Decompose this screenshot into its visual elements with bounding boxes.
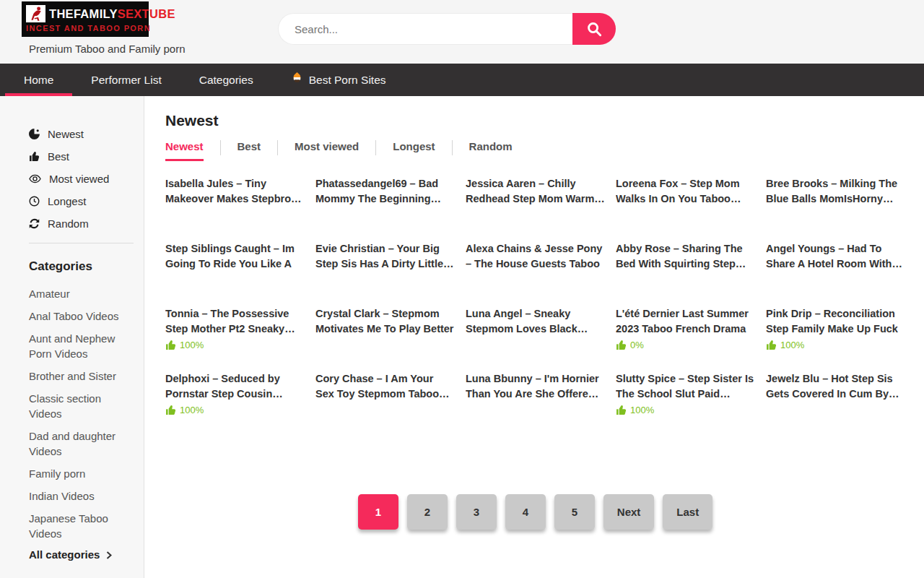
video-title-link[interactable]: Step Siblings Caught – Im Going To Ride …	[165, 241, 305, 272]
page-title: Newest	[165, 112, 905, 129]
video-rating: 100%	[766, 340, 905, 350]
video-title-link[interactable]: Abby Rose – Sharing The Bed With Squirti…	[616, 241, 755, 272]
video-title-link[interactable]: Isabella Jules – Tiny Makeover Makes Ste…	[165, 176, 305, 207]
video-title-link[interactable]: L'été Dernier Last Summer 2023 Taboo Fre…	[616, 306, 755, 337]
sidebar-item-best[interactable]: Best	[29, 150, 135, 163]
pagination-button-3[interactable]: 3	[456, 494, 497, 530]
video-title-link[interactable]: Luna Bbunny – I'm Hornier Than You Are S…	[466, 371, 605, 402]
sidebar-category-family-porn[interactable]: Family porn	[29, 466, 131, 481]
video-title-link[interactable]: Evie Christian – Your Big Step Sis Has A…	[315, 241, 455, 272]
all-categories-label: All categories	[29, 548, 100, 561]
thumbs-up-icon	[616, 340, 627, 350]
video-card: Angel Youngs – Had To Share A Hotel Room…	[766, 241, 905, 306]
site-header: THEFAMILYSEXTUBE INCEST AND TABOO PORN P…	[0, 0, 924, 64]
video-card: Pink Drip – Reconciliation Step Family M…	[766, 306, 905, 371]
clock-icon	[29, 196, 40, 207]
nav-item-categories[interactable]: Categories	[180, 64, 272, 96]
sort-link-label: Best	[48, 150, 69, 163]
video-title-link[interactable]: Luna Angel – Sneaky Stepmom Loves Black …	[466, 306, 605, 337]
search-icon	[586, 21, 603, 38]
video-title-link[interactable]: Slutty Spice – Step Sister Is The School…	[616, 371, 755, 402]
thumbs-up-icon	[616, 405, 627, 415]
thumbs-up-icon	[165, 405, 176, 415]
tab-random[interactable]: Random	[469, 140, 513, 159]
video-title-link[interactable]: Loreena Fox – Step Mom Walks In On You T…	[616, 176, 755, 207]
newest-icon	[29, 129, 40, 139]
sidebar-category-brother-and-sister[interactable]: Brother and Sister	[29, 368, 131, 384]
video-title-link[interactable]: Alexa Chains & Jesse Pony – The House Gu…	[466, 241, 605, 272]
nav-item-performer-list[interactable]: Performer List	[72, 64, 180, 96]
main-nav: Home Performer List Categories Best Porn…	[0, 64, 924, 96]
sidebar-category-japanese-taboo-videos[interactable]: Japanese Taboo Videos	[29, 511, 131, 541]
video-rating-value: 100%	[630, 405, 654, 415]
video-title-link[interactable]: Pink Drip – Reconciliation Step Family M…	[766, 306, 905, 337]
video-title-link[interactable]: Delphoxi – Seduced by Pornstar Step Cous…	[165, 371, 305, 402]
thumbs-up-icon	[165, 340, 176, 350]
sort-link-label: Newest	[48, 128, 84, 140]
video-title-link[interactable]: Cory Chase – I Am Your Sex Toy Stepmom T…	[315, 371, 455, 402]
sort-tabs: NewestBestMost viewedLongestRandom	[165, 140, 905, 161]
chevron-right-icon	[105, 551, 113, 560]
video-card: L'été Dernier Last Summer 2023 Taboo Fre…	[616, 306, 755, 371]
search-bar	[278, 13, 616, 45]
nav-item-label: Categories	[199, 74, 253, 87]
main-content: Newest NewestBestMost viewedLongestRando…	[144, 96, 924, 578]
sidebar-category-classic-section-videos[interactable]: Classic section Videos	[29, 391, 131, 421]
video-rating: 100%	[616, 405, 755, 415]
search-input[interactable]	[278, 13, 572, 45]
sidebar-sort-links: Newest Best Most viewed Longest Random	[29, 128, 135, 230]
pagination-button-5[interactable]: 5	[554, 494, 595, 530]
video-title-link[interactable]: Jessica Aaren – Chilly Redhead Step Mom …	[466, 176, 605, 207]
video-card: Slutty Spice – Step Sister Is The School…	[616, 371, 755, 436]
tab-best[interactable]: Best	[237, 140, 261, 159]
tab-separator	[277, 140, 278, 155]
video-title-link[interactable]: Jewelz Blu – Hot Step Sis Gets Covered I…	[766, 371, 905, 402]
pagination: 12345NextLast	[165, 494, 905, 530]
pagination-button-last[interactable]: Last	[663, 494, 712, 530]
sidebar-item-longest[interactable]: Longest	[29, 195, 135, 207]
search-button[interactable]	[572, 13, 616, 45]
categories-heading: Categories	[29, 259, 135, 274]
video-grid: Isabella Jules – Tiny Makeover Makes Ste…	[165, 176, 905, 436]
thumbs-up-icon	[766, 340, 777, 350]
pagination-button-1[interactable]: 1	[358, 494, 398, 530]
nav-item-label: Performer List	[91, 74, 161, 87]
tab-longest[interactable]: Longest	[393, 140, 435, 159]
sidebar-item-newest[interactable]: Newest	[29, 128, 135, 140]
video-rating-value: 100%	[180, 340, 204, 350]
sidebar-category-dad-and-daughter-videos[interactable]: Dad and daughter Videos	[29, 428, 131, 459]
sidebar-category-anal-taboo-videos[interactable]: Anal Taboo Videos	[29, 309, 131, 324]
video-title-link[interactable]: Tonnia – The Possessive Step Mother Pt2 …	[165, 306, 305, 337]
video-rating: 100%	[165, 405, 305, 415]
video-title-link[interactable]: Angel Youngs – Had To Share A Hotel Room…	[766, 241, 905, 272]
thumbs-up-icon	[29, 151, 40, 162]
sidebar-category-indian-videos[interactable]: Indian Videos	[29, 488, 131, 504]
sort-link-label: Longest	[48, 195, 86, 207]
video-title-link[interactable]: Phatassedangel69 – Bad Mommy The Beginni…	[315, 176, 455, 207]
sidebar-category-amateur[interactable]: Amateur	[29, 286, 131, 301]
tab-most-viewed[interactable]: Most viewed	[295, 140, 359, 159]
video-card: Phatassedangel69 – Bad Mommy The Beginni…	[315, 176, 455, 241]
video-card: Crystal Clark – Stepmom Motivates Me To …	[315, 306, 455, 371]
video-title-link[interactable]: Crystal Clark – Stepmom Motivates Me To …	[315, 306, 455, 337]
sidebar-category-aunt-and-nephew-porn-videos[interactable]: Aunt and Nephew Porn Videos	[29, 331, 131, 361]
tab-newest[interactable]: Newest	[165, 140, 204, 161]
sidebar: Newest Best Most viewed Longest Random C…	[0, 96, 144, 578]
video-card: Step Siblings Caught – Im Going To Ride …	[165, 241, 305, 306]
sidebar-item-random[interactable]: Random	[29, 217, 135, 230]
nav-item-home[interactable]: Home	[5, 64, 72, 96]
video-card: Jessica Aaren – Chilly Redhead Step Mom …	[466, 176, 605, 241]
sidebar-item-most-viewed[interactable]: Most viewed	[29, 173, 135, 185]
site-logo[interactable]: THEFAMILYSEXTUBE INCEST AND TABOO PORN	[22, 1, 149, 37]
all-categories-link[interactable]: All categories	[29, 548, 135, 561]
site-tagline: Premium Taboo and Family porn	[29, 43, 186, 55]
pagination-button-next[interactable]: Next	[603, 494, 655, 530]
video-card: Luna Bbunny – I'm Hornier Than You Are S…	[466, 371, 605, 436]
video-rating-value: 0%	[630, 340, 644, 350]
pagination-button-2[interactable]: 2	[407, 494, 448, 530]
nav-item-best-porn-sites[interactable]: Best Porn Sites	[272, 64, 405, 96]
video-card: Alexa Chains & Jesse Pony – The House Gu…	[466, 241, 605, 306]
logo-subtitle: INCEST AND TABOO PORN	[26, 24, 143, 33]
pagination-button-4[interactable]: 4	[505, 494, 546, 530]
video-title-link[interactable]: Bree Brooks – Milking The Blue Balls Mom…	[766, 176, 905, 207]
